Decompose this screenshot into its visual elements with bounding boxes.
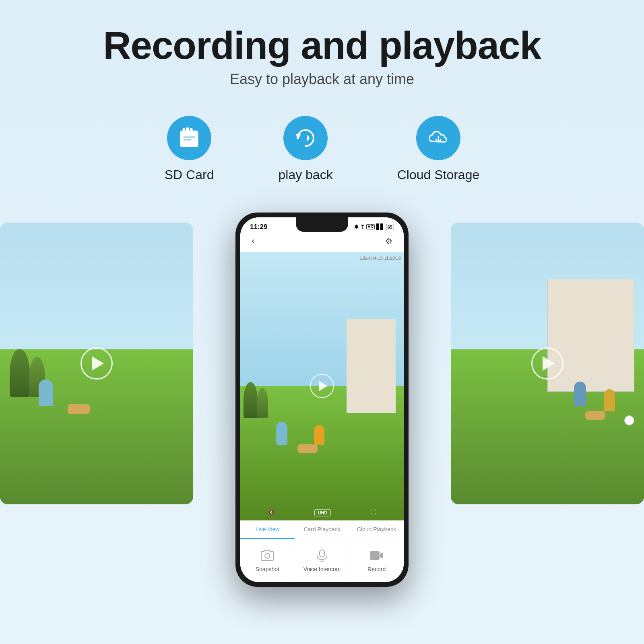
svg-rect-12 (370, 551, 379, 559)
svg-rect-3 (190, 128, 192, 132)
playback-label: play back (278, 167, 332, 182)
bluetooth-icon: ✱ (354, 224, 359, 230)
snapshot-icon (258, 548, 276, 563)
wifi-icon: ⇡ (360, 224, 365, 230)
back-button[interactable]: ‹ (248, 234, 258, 248)
phone-frame: 11:29 ✱ ⇡ HD ▋▋ 65 ‹ ⚙ (235, 213, 409, 587)
mute-icon[interactable]: 🔇 (268, 509, 275, 516)
camera-icon (260, 548, 275, 563)
feature-playback: play back (278, 116, 332, 182)
signal-icon: ▋▋ (376, 224, 384, 230)
main-title: Recording and playback (103, 24, 541, 67)
svg-rect-4 (183, 136, 195, 138)
tab-card-playback[interactable]: Card Playback (295, 520, 349, 539)
record-label: Record (367, 566, 386, 572)
svg-marker-13 (380, 552, 383, 559)
camera-feed: 2024 04-13 11:29:36 🔇 UHD ⛶ (240, 252, 404, 520)
settings-button[interactable]: ⚙ (382, 235, 396, 248)
tab-live-view[interactable]: Live View (240, 520, 295, 539)
status-time: 11:29 (250, 223, 267, 231)
page-wrapper: Recording and playback Easy to playback … (0, 0, 644, 644)
record-icon (368, 548, 386, 563)
cloud-icon-circle (416, 116, 460, 160)
microphone-icon (313, 548, 331, 563)
phone-screen: 11:29 ✱ ⇡ HD ▋▋ 65 ‹ ⚙ (240, 217, 404, 582)
camera-controls: 🔇 UHD ⛶ (240, 509, 404, 516)
sd-card-icon-circle (167, 116, 211, 160)
camera-scene: 2024 04-13 11:29:36 🔇 UHD ⛶ (240, 252, 404, 520)
outdoor-scene-right (451, 223, 644, 504)
voice-intercom-button[interactable]: Voice Intercom (295, 539, 350, 582)
svg-rect-9 (320, 550, 324, 557)
battery-icon: 65 (386, 224, 394, 230)
camera-play-button[interactable] (310, 374, 334, 398)
hd-badge: HD (366, 224, 374, 229)
sd-card-label: SD Card (165, 167, 214, 182)
features-row: SD Card play back Cloud St (165, 116, 479, 182)
outdoor-scene-left (0, 223, 193, 504)
cloud-label: Cloud Storage (397, 167, 480, 182)
tabs-bar: Live View Card Playback Cloud Playback (240, 520, 404, 539)
feature-cloud: Cloud Storage (397, 116, 480, 182)
snapshot-button[interactable]: Snapshot (240, 539, 295, 582)
mic-icon (315, 548, 329, 563)
playback-icon-circle (283, 116, 328, 160)
camera-timestamp: 2024 04-13 11:29:36 (359, 255, 400, 260)
app-header: ‹ ⚙ (240, 231, 404, 252)
play-button-right[interactable] (531, 347, 564, 380)
snapshot-label: Snapshot (256, 566, 279, 572)
svg-rect-5 (183, 139, 191, 140)
svg-point-8 (265, 553, 270, 558)
video-record-icon (369, 548, 384, 563)
svg-marker-6 (296, 134, 301, 139)
record-button[interactable]: Record (349, 539, 404, 582)
svg-rect-0 (180, 131, 198, 147)
tab-cloud-playback[interactable]: Cloud Playback (349, 520, 404, 539)
voice-intercom-label: Voice Intercom (303, 566, 341, 572)
uhd-badge: UHD (314, 509, 331, 516)
playback-icon (293, 126, 318, 150)
feature-sd-card: SD Card (165, 116, 214, 182)
svg-marker-7 (307, 135, 310, 141)
background-image-right (451, 223, 644, 504)
subtitle: Easy to playback at any time (103, 71, 541, 88)
bottom-actions: Snapshot Voice Intercom (240, 539, 404, 582)
phone-notch (296, 217, 348, 232)
header-section: Recording and playback Easy to playback … (103, 24, 541, 88)
play-button-left[interactable] (80, 347, 113, 380)
status-icons: ✱ ⇡ HD ▋▋ 65 (354, 224, 394, 230)
svg-rect-2 (186, 128, 189, 132)
fullscreen-icon[interactable]: ⛶ (371, 509, 376, 516)
cloud-storage-icon (426, 126, 450, 150)
background-image-left (0, 223, 193, 504)
sd-card-icon (177, 126, 201, 150)
svg-rect-1 (183, 128, 185, 132)
phone-area: 11:29 ✱ ⇡ HD ▋▋ 65 ‹ ⚙ (0, 202, 644, 597)
